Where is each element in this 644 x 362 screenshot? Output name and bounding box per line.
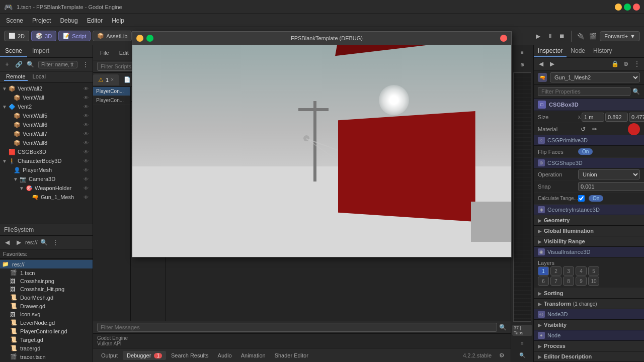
calc-tangents-checkbox[interactable] (578, 195, 585, 202)
tab-history[interactable]: History (589, 45, 616, 57)
minimap-btn-1[interactable]: ≡ (517, 47, 527, 57)
menu-project[interactable]: Project (28, 16, 55, 25)
size-x-input[interactable] (582, 113, 604, 122)
filter-properties-input[interactable] (538, 87, 630, 96)
tree-item-gun1mesh[interactable]: 🔫 Gun_1_Mesh 👁 (0, 193, 93, 202)
tree-item-ventwall6[interactable]: 📦 VentWall6 👁 (0, 120, 93, 129)
process-section[interactable]: ▶ Process (534, 341, 644, 351)
minimize-button[interactable] (615, 4, 622, 11)
visibility-icon[interactable]: 👁 (84, 86, 92, 92)
tree-item-characterbody3d[interactable]: ▼ 🚶 CharacterBody3D 👁 (0, 156, 93, 165)
minimap-btn-4[interactable]: 🔍 (517, 350, 527, 360)
tab-audio[interactable]: Audio (214, 351, 236, 360)
inspector-forward-button[interactable]: ▶ (547, 59, 557, 69)
size-y-input[interactable] (605, 113, 628, 122)
remote-tab[interactable]: Remote (4, 73, 28, 81)
fs-item-levernode[interactable]: 📜 LeverNode.gd (0, 318, 93, 327)
sorting-section[interactable]: ▶ Sorting (534, 288, 644, 299)
material-color-swatch[interactable] (628, 123, 640, 135)
mode-2d-button[interactable]: ⬜ 2D (4, 31, 29, 41)
visibility-icon[interactable]: 👁 (84, 186, 92, 191)
layer-10-button[interactable]: 10 (588, 277, 599, 286)
tree-item-playermesh[interactable]: 👤 PlayerMesh 👁 (0, 165, 93, 174)
size-z-input[interactable] (629, 113, 644, 122)
filter-messages-input[interactable] (97, 323, 497, 332)
inspector-list-button[interactable]: ⊕ (621, 59, 631, 69)
bottom-settings-button[interactable]: ⚙ (497, 350, 507, 360)
tab-import[interactable]: Import (27, 45, 54, 57)
tree-item-ventwall[interactable]: 📦 VentWall 👁 (0, 93, 93, 102)
debug-close[interactable] (500, 35, 507, 42)
tree-item-ventwall2[interactable]: ▼ 📦 VentWall2 👁 (0, 84, 93, 93)
tree-item-ventwall5[interactable]: 📦 VentWall5 👁 (0, 111, 93, 120)
fs-item-crosshair-hit[interactable]: 🖼 Crosshair_Hit.png (0, 285, 93, 293)
local-tab[interactable]: Local (31, 73, 48, 81)
layer-6-button[interactable]: 6 (538, 277, 549, 286)
tab-shader-editor[interactable]: Shader Editor (271, 351, 312, 360)
pause-button[interactable]: ⏸ (545, 31, 555, 41)
snap-input[interactable] (578, 182, 644, 191)
fs-item-tracertscn[interactable]: 🎬 tracer.tscn (0, 352, 93, 361)
visibility-icon[interactable]: 👁 (84, 167, 92, 173)
tab-debugger[interactable]: Debugger 1 (123, 351, 166, 360)
visibility-icon[interactable]: 👁 (84, 195, 92, 200)
editor-description-section[interactable]: ▶ Editor Description (534, 351, 644, 362)
stop-button[interactable]: ⏹ (557, 31, 567, 41)
debug-minimize[interactable] (136, 35, 143, 42)
tab-inspector[interactable]: Inspector (534, 45, 567, 57)
tree-item-weaponholder[interactable]: ▼ 🎯 WeaponHolder 👁 (0, 184, 93, 193)
global-illumination-section[interactable]: ▶ Global Illumination (534, 226, 644, 236)
visibility-icon[interactable]: 👁 (84, 131, 92, 137)
geometry-section-header[interactable]: ▶ Geometry (534, 215, 644, 226)
fs-more-button[interactable]: ⋮ (50, 237, 60, 247)
inspector-back-button[interactable]: ◀ (536, 59, 546, 69)
material-edit-button[interactable]: ✏ (590, 124, 600, 134)
tab-file-menu[interactable]: File (95, 48, 114, 58)
layer-5-button[interactable]: 5 (588, 266, 599, 276)
play-button[interactable]: ▶ (533, 31, 543, 41)
layer-9-button[interactable]: 9 (576, 277, 587, 286)
fs-item-tracergd[interactable]: 📜 tracergd (0, 344, 93, 352)
fs-back-button[interactable]: ◀ (2, 237, 12, 247)
fs-item-target[interactable]: 📜 Target.gd (0, 335, 93, 344)
tab-search-results[interactable]: Search Results (167, 351, 213, 360)
scene-more-button[interactable]: ⋮ (80, 59, 91, 69)
tab-close-button[interactable]: × (111, 77, 114, 82)
tab-node[interactable]: Node (567, 45, 589, 57)
tab-output[interactable]: Output (97, 351, 122, 360)
fs-item-crosshair[interactable]: 🖼 Crosshair.png (0, 277, 93, 285)
tab-animation[interactable]: Animation (237, 351, 270, 360)
layer-1-button[interactable]: 1 (538, 266, 549, 276)
filesystem-header[interactable]: FileSystem (0, 224, 93, 236)
remote-debug-button[interactable]: 🔌 (576, 31, 586, 41)
menu-help[interactable]: Help (108, 16, 128, 25)
material-load-button[interactable]: ↺ (578, 124, 588, 134)
add-node-button[interactable]: + (2, 59, 12, 69)
visibility-icon[interactable]: 👁 (84, 149, 92, 155)
fs-search-button[interactable]: 🔍 (39, 237, 49, 247)
fs-item-doormesh[interactable]: 📜 DoorMesh.gd (0, 293, 93, 302)
tree-item-ventwall8[interactable]: 📦 VentWall8 👁 (0, 138, 93, 147)
fs-item-1tscn[interactable]: 🎬 1.tscn (0, 268, 93, 277)
fs-item-playercontroller[interactable]: 📜 PlayerController.gd (0, 327, 93, 335)
maximize-button[interactable] (624, 4, 631, 11)
fs-forward-button[interactable]: ▶ (14, 237, 24, 247)
menu-debug[interactable]: Debug (56, 16, 82, 25)
visibility-icon[interactable]: 👁 (84, 140, 92, 146)
script-entry-playercon2[interactable]: PlayerCon... (93, 96, 130, 105)
visibility-section[interactable]: ▶ Visibility (534, 320, 644, 330)
inspector-lock-button[interactable]: 🔒 (610, 59, 620, 69)
fs-item-icon[interactable]: 🖼 icon.svg (0, 310, 93, 318)
visibility-range-section[interactable]: ▶ Visibility Range (534, 236, 644, 247)
tree-item-vent2[interactable]: ▼ 🔷 Vent2 👁 (0, 102, 93, 111)
layer-2-button[interactable]: 2 (550, 266, 561, 276)
mode-3d-button[interactable]: 🎲 3D (31, 31, 56, 41)
operation-select[interactable]: Union Intersection Subtraction (578, 169, 640, 179)
flip-faces-value[interactable]: On (578, 148, 593, 155)
tab-edit-menu[interactable]: Edit (114, 48, 134, 58)
script-entry-playercon[interactable]: PlayerCon... (93, 87, 130, 96)
script-button[interactable]: 📝 Script (58, 31, 91, 41)
menu-scene[interactable]: Scene (2, 16, 27, 25)
minimap-btn-3[interactable]: ≡ (517, 338, 527, 348)
debug-maximize[interactable] (146, 35, 153, 42)
